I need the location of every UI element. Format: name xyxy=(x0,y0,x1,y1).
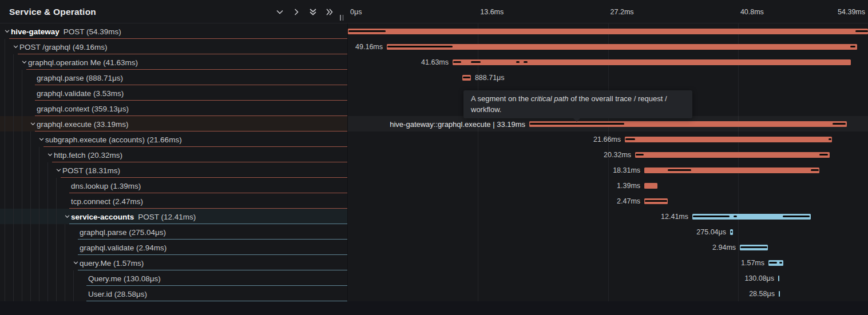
critical-path-segment xyxy=(636,154,644,155)
span-row[interactable]: graphql.parse (888.71μs)888.71μs xyxy=(0,70,868,85)
span-row[interactable]: graphql.context (359.13μs)359.13μs xyxy=(0,101,868,116)
service-operation-title: Service & Operation xyxy=(9,0,96,23)
axis-tick-label: 13.6ms xyxy=(480,0,504,23)
indent-guide xyxy=(30,131,31,147)
span-duration-text: 130.08μs xyxy=(744,274,774,282)
indent-guide xyxy=(30,224,31,240)
tooltip-text-post: of the overall trace / request / xyxy=(569,94,667,103)
critical-path-segment xyxy=(734,216,737,217)
span-duration-text: 21.66ms xyxy=(593,135,621,143)
span-name-label: query.Me (1.57ms) xyxy=(80,258,144,267)
indent-guide xyxy=(30,286,31,301)
indent-guide xyxy=(13,193,14,209)
span-duration-bar[interactable] xyxy=(644,168,819,173)
chevron-down-icon[interactable] xyxy=(46,151,53,158)
indent-guide xyxy=(13,240,14,255)
span-name-label: subgraph.execute (accounts) (21.66ms) xyxy=(45,135,182,143)
span-row[interactable]: graphql.validate (2.94ms)2.94ms xyxy=(0,240,868,255)
chevron-down-icon[interactable] xyxy=(29,121,36,127)
indent-guide xyxy=(30,270,31,286)
indent-guide xyxy=(22,193,22,209)
span-row[interactable]: dns.lookup (1.39ms)1.39ms xyxy=(0,178,868,193)
span-row[interactable]: tcp.connect (2.47ms)2.47ms xyxy=(0,193,868,209)
indent-guide xyxy=(22,147,22,162)
indent-guide xyxy=(22,116,22,131)
double-chevron-down-icon[interactable] xyxy=(308,7,318,17)
indent-guide xyxy=(39,240,39,255)
indent-guide xyxy=(47,209,48,224)
span-row[interactable]: graphql.validate (3.53ms)3.53ms xyxy=(0,85,868,101)
span-row[interactable]: service-accountsPOST (12.41ms)12.41ms xyxy=(0,209,868,224)
span-duration-bar[interactable] xyxy=(692,214,811,220)
indent-guide xyxy=(22,209,22,224)
indent-guide xyxy=(39,270,39,286)
span-row[interactable]: http.fetch (20.32ms)20.32ms xyxy=(0,147,868,162)
span-duration-text: 18.31ms xyxy=(613,166,640,174)
span-row[interactable]: graphql.parse (275.04μs)275.04μs xyxy=(0,224,868,240)
indent-guide xyxy=(47,240,48,255)
chevron-down-icon[interactable] xyxy=(55,167,62,174)
critical-path-segment xyxy=(625,138,635,140)
chevron-right-icon[interactable] xyxy=(291,7,301,17)
span-duration-bar[interactable] xyxy=(387,44,857,50)
span-row[interactable]: query.Me (1.57ms)1.57ms xyxy=(0,255,868,270)
span-row[interactable]: subgraph.execute (accounts) (21.66ms)21.… xyxy=(0,131,868,147)
chevron-down-icon[interactable] xyxy=(38,136,45,143)
critical-path-segment xyxy=(453,61,461,63)
span-row[interactable]: hive-gatewayPOST (54.39ms) xyxy=(0,23,868,39)
span-duration-bar[interactable] xyxy=(635,152,830,158)
span-row[interactable]: graphql.execute (33.19ms)hive-gateway::g… xyxy=(0,116,868,131)
span-duration-bar[interactable] xyxy=(529,121,847,127)
span-row[interactable]: graphql.operation Me (41.63ms)41.63ms xyxy=(0,54,868,70)
indent-guide xyxy=(13,70,14,85)
span-duration-text: 49.16ms xyxy=(355,43,383,51)
indent-guide xyxy=(5,209,5,224)
span-row[interactable]: Query.me (130.08μs)130.08μs xyxy=(0,270,868,286)
indent-guide xyxy=(13,209,14,224)
span-row[interactable]: User.id (28.58μs)28.58μs xyxy=(0,286,868,301)
span-duration-bar[interactable] xyxy=(453,59,851,65)
critical-path-segment xyxy=(779,262,782,264)
span-duration-bar[interactable] xyxy=(768,260,783,266)
panel-resize-handle[interactable] xyxy=(340,15,343,21)
chevron-down-icon[interactable] xyxy=(12,43,19,50)
span-duration-text: 12.41ms xyxy=(661,213,688,221)
indent-guide xyxy=(13,147,14,162)
chevron-down-icon[interactable] xyxy=(3,28,10,35)
span-duration-bar[interactable] xyxy=(462,75,471,81)
critical-path-segment xyxy=(783,216,810,217)
span-duration-bar[interactable] xyxy=(644,183,657,189)
span-row[interactable]: POST (18.31ms)18.31ms xyxy=(0,162,868,178)
tooltip-text-pre: A segment on the xyxy=(471,94,531,103)
critical-path-segment xyxy=(769,262,777,264)
indent-guide xyxy=(65,255,65,270)
span-duration-bar[interactable] xyxy=(778,276,779,281)
chevron-down-icon[interactable] xyxy=(64,213,70,220)
span-name-label: graphql.validate (2.94ms) xyxy=(80,243,167,252)
double-chevron-right-icon[interactable] xyxy=(324,7,334,17)
indent-guide xyxy=(39,255,39,270)
critical-path-tooltip: A segment on the critical path of the ov… xyxy=(463,90,692,118)
span-row[interactable]: POST /graphql (49.16ms)49.16ms xyxy=(0,39,868,54)
span-duration-bar[interactable] xyxy=(779,291,780,297)
indent-guide xyxy=(47,162,48,178)
span-duration-text: 2.47ms xyxy=(617,197,640,205)
span-duration-bar[interactable] xyxy=(644,198,668,204)
tree-collapse-controls xyxy=(275,0,334,23)
span-duration-bar[interactable] xyxy=(730,229,733,235)
indent-guide xyxy=(65,224,65,240)
indent-guide xyxy=(5,178,5,193)
span-duration-bar[interactable] xyxy=(348,29,868,34)
chevron-down-icon[interactable] xyxy=(21,59,27,66)
chevron-down-icon[interactable] xyxy=(72,260,79,266)
indent-guide xyxy=(56,178,57,193)
indent-guide xyxy=(30,178,31,193)
indent-guide xyxy=(22,178,22,193)
span-duration-bar[interactable] xyxy=(625,137,832,142)
span-duration-bar[interactable] xyxy=(740,245,768,250)
indent-guide xyxy=(13,101,14,116)
indent-guide xyxy=(30,147,31,162)
chevron-down-icon[interactable] xyxy=(275,7,284,17)
span-name-label: graphql.execute (33.19ms) xyxy=(37,119,129,128)
span-name-label: graphql.validate (3.53ms) xyxy=(37,89,124,97)
